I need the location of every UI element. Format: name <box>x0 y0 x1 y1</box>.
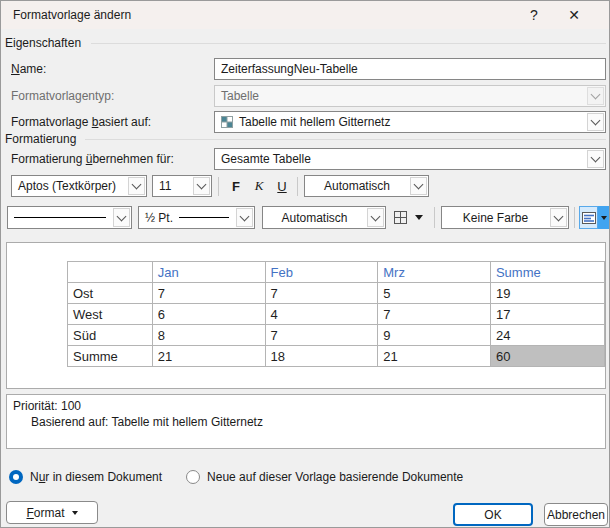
based-on-label: Formatvorlage basiert auf: <box>11 115 151 129</box>
table-cell: 18 <box>265 346 378 367</box>
bold-button[interactable]: F <box>226 175 246 197</box>
apply-to-value: Gesamte Tabelle <box>215 152 586 166</box>
table-cell: 8 <box>152 325 265 346</box>
apply-to-label: Formatierung übernehmen für: <box>11 152 174 166</box>
font-size-value: 11 <box>153 179 192 193</box>
chevron-down-icon[interactable] <box>550 208 567 227</box>
line-weight-value: ½ Pt. <box>139 211 235 225</box>
table-row: Süd 8 7 9 24 <box>68 325 605 346</box>
chevron-down-icon[interactable] <box>367 208 384 227</box>
table-cell: 6 <box>152 304 265 325</box>
based-on-text: Basierend auf: Tabelle mit hellem Gitter… <box>31 415 263 429</box>
priority-text: Priorität: 100 <box>13 399 81 413</box>
borders-button[interactable] <box>393 206 423 229</box>
help-icon[interactable]: ? <box>518 1 550 29</box>
special-format-dropdown[interactable] <box>598 206 609 229</box>
table-row: West 6 4 7 17 <box>68 304 605 325</box>
table-cell: 7 <box>265 283 378 304</box>
apply-to-combo[interactable]: Gesamte Tabelle <box>214 148 606 170</box>
font-name-combo[interactable]: Aptos (Textkörper) <box>11 175 147 197</box>
style-name-input[interactable] <box>214 58 606 80</box>
chevron-down-icon[interactable] <box>113 208 130 227</box>
table-cell: 7 <box>152 283 265 304</box>
section-divider <box>85 139 606 140</box>
borders-grid-icon <box>393 210 408 225</box>
modify-style-dialog: Formatvorlage ändern ? ✕ Eigenschaften N… <box>0 0 610 528</box>
toolbar-separator <box>297 177 298 196</box>
table-cell: Mrz <box>378 262 491 283</box>
table-cell-shaded: 60 <box>490 346 604 367</box>
font-color-value: Automatisch <box>305 179 409 193</box>
based-on-value: Tabelle mit hellem Gitternetz <box>233 115 586 129</box>
title-bar: Formatvorlage ändern ? ✕ <box>1 1 609 29</box>
table-style-icon <box>221 116 233 128</box>
section-formatting-label: Formatierung <box>5 132 76 146</box>
table-cell: Jan <box>152 262 265 283</box>
toolbar-separator <box>434 207 435 228</box>
table-cell: Summe <box>490 262 604 283</box>
shading-value: Keine Farbe <box>442 211 549 225</box>
dialog-title: Formatvorlage ändern <box>13 8 131 22</box>
style-type-label: Formatvorlagentyp: <box>11 89 114 103</box>
chevron-down-icon <box>587 87 604 105</box>
preview-table: Jan Feb Mrz Summe Ost 7 7 5 19 West 6 4 … <box>67 261 605 367</box>
shading-combo[interactable]: Keine Farbe <box>441 206 569 229</box>
section-divider <box>91 43 606 44</box>
radio-new-documents[interactable] <box>186 470 200 484</box>
ok-button[interactable]: OK <box>453 503 533 526</box>
line-weight-combo[interactable]: ½ Pt. <box>138 206 255 229</box>
name-label: Name: <box>11 62 46 76</box>
close-icon[interactable]: ✕ <box>558 1 590 29</box>
borders-dropdown-arrow-icon[interactable] <box>415 215 423 220</box>
format-table-icon <box>582 212 596 224</box>
table-cell: 7 <box>265 325 378 346</box>
table-cell: Feb <box>265 262 378 283</box>
chevron-down-icon[interactable] <box>128 177 145 195</box>
table-cell <box>68 262 153 283</box>
chevron-down-icon[interactable] <box>410 177 427 195</box>
table-cell: West <box>68 304 153 325</box>
scope-options: Nur in diesem Dokument Neue auf dieser V… <box>9 470 463 484</box>
special-format-button[interactable] <box>579 206 598 229</box>
style-type-value: Tabelle <box>215 89 586 103</box>
table-cell: Ost <box>68 283 153 304</box>
table-cell: 7 <box>378 304 491 325</box>
font-name-value: Aptos (Textkörper) <box>12 179 127 193</box>
table-cell: Summe <box>68 346 153 367</box>
table-row: Jan Feb Mrz Summe <box>68 262 605 283</box>
toolbar-separator <box>574 207 575 228</box>
table-cell: 21 <box>152 346 265 367</box>
chevron-down-icon[interactable] <box>587 150 604 168</box>
table-cell: 19 <box>490 283 604 304</box>
border-color-combo[interactable]: Automatisch <box>262 206 386 229</box>
border-color-value: Automatisch <box>263 211 366 225</box>
dropdown-arrow-icon <box>601 216 607 220</box>
line-style-swatch <box>8 217 112 218</box>
toolbar-separator <box>218 177 219 196</box>
table-cell: 21 <box>378 346 491 367</box>
table-cell: 24 <box>490 325 604 346</box>
style-description-box: Priorität: 100 Basierend auf: Tabelle mi… <box>6 394 606 449</box>
style-preview-area: Jan Feb Mrz Summe Ost 7 7 5 19 West 6 4 … <box>6 242 606 389</box>
font-color-combo[interactable]: Automatisch <box>304 175 429 197</box>
line-style-combo[interactable] <box>7 206 132 229</box>
chevron-down-icon[interactable] <box>236 208 253 227</box>
based-on-combo[interactable]: Tabelle mit hellem Gitternetz <box>214 111 606 133</box>
chevron-down-icon[interactable] <box>587 113 604 131</box>
table-cell: 9 <box>378 325 491 346</box>
underline-button[interactable]: U <box>272 175 292 197</box>
radio-new-documents-label[interactable]: Neue auf dieser Vorlage basierende Dokum… <box>207 470 463 484</box>
italic-button[interactable]: K <box>249 175 269 197</box>
chevron-down-icon[interactable] <box>193 177 210 195</box>
table-cell: Süd <box>68 325 153 346</box>
table-cell: 4 <box>265 304 378 325</box>
table-row: Summe 21 18 21 60 <box>68 346 605 367</box>
radio-this-document-label[interactable]: Nur in diesem Dokument <box>30 470 162 484</box>
format-menu-button[interactable]: Format <box>6 501 98 524</box>
table-cell: 17 <box>490 304 604 325</box>
radio-this-document[interactable] <box>9 470 23 484</box>
table-cell: 5 <box>378 283 491 304</box>
font-size-combo[interactable]: 11 <box>152 175 212 197</box>
table-row: Ost 7 7 5 19 <box>68 283 605 304</box>
cancel-button[interactable]: Abbrechen <box>544 503 608 526</box>
